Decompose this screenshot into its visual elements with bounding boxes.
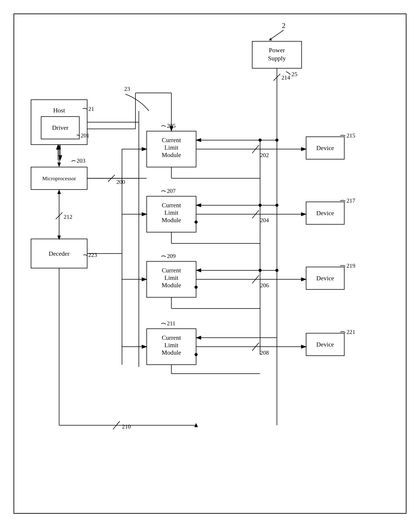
clm2-label3: Module (162, 217, 181, 223)
ref-209: 209 (167, 253, 176, 259)
device4-label: Device (316, 341, 334, 348)
clm1-label2: Limit (165, 144, 178, 151)
ref-214: 214 (281, 74, 290, 81)
clm2-label1: Current (162, 202, 181, 209)
device2-label: Device (316, 209, 334, 217)
svg-point-33 (275, 204, 278, 207)
clm3-label3: Module (162, 282, 181, 289)
ref-2: 2 (282, 22, 286, 30)
ref-223: 223 (88, 252, 97, 258)
ref-23: 23 (124, 86, 130, 92)
svg-marker-3 (269, 38, 272, 40)
clm1-label1: Current (162, 137, 181, 143)
ref-207: 207 (167, 188, 176, 194)
ref-217: 217 (347, 197, 355, 204)
device3-label: Device (316, 275, 334, 282)
svg-point-35 (275, 269, 278, 272)
svg-marker-15 (57, 189, 61, 194)
clm4-label3: Module (162, 349, 181, 356)
ref-203: 203 (77, 157, 85, 164)
svg-marker-12 (57, 163, 61, 167)
svg-line-2 (269, 30, 284, 40)
ref-208: 208 (260, 350, 269, 356)
clm4-label2: Limit (165, 341, 178, 349)
power-supply-label: Power (269, 47, 285, 54)
microprocessor-label: Microprocessor (42, 176, 76, 181)
deceder-label: Deceder (49, 250, 70, 257)
device1-label: Device (316, 144, 334, 151)
svg-point-31 (275, 139, 278, 142)
ref-221: 221 (347, 329, 355, 335)
ref-210: 210 (122, 423, 131, 430)
svg-point-45 (194, 286, 198, 289)
clm4-label1: Current (162, 334, 181, 341)
ref-201: 201 (81, 132, 89, 139)
ref-25: 25 (292, 71, 298, 77)
clm3-label2: Limit (165, 274, 178, 281)
svg-point-51 (258, 204, 262, 207)
svg-point-42 (194, 220, 198, 224)
ref-204: 204 (260, 217, 269, 223)
clm3-label1: Current (162, 267, 181, 274)
ref-215: 215 (347, 132, 355, 139)
clm2-label2: Limit (165, 209, 178, 216)
ref-21: 21 (88, 106, 94, 112)
clm1-label3: Module (162, 151, 181, 158)
svg-point-48 (194, 353, 198, 356)
power-supply-label2: Supply (268, 55, 286, 62)
ref-206: 206 (260, 282, 269, 289)
svg-point-52 (258, 269, 262, 272)
driver-label: Driver (52, 124, 69, 131)
ref-202: 202 (260, 152, 269, 158)
ref-200: 200 (116, 179, 125, 185)
ref-212: 212 (64, 214, 72, 220)
ref-219: 219 (347, 263, 355, 269)
diagram-container: 2 Power Supply 25 214 Host 21 Driver 201… (13, 13, 407, 514)
host-label: Host (53, 107, 65, 114)
ref-211: 211 (167, 320, 176, 327)
